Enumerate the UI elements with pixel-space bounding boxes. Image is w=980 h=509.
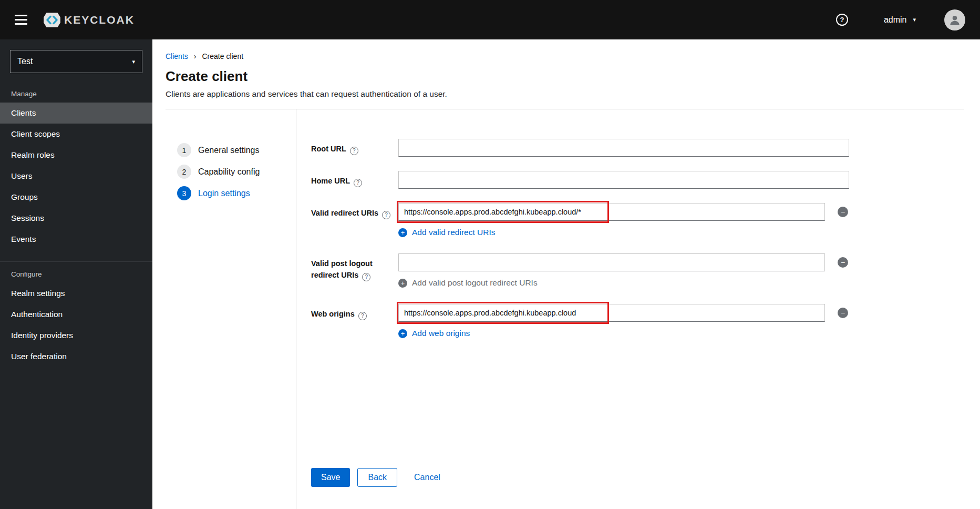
sidebar-item-clients[interactable]: Clients xyxy=(0,103,152,124)
plus-circle-icon: + xyxy=(398,279,407,288)
root-url-label: Root URL? xyxy=(311,139,398,157)
hamburger-menu-icon[interactable] xyxy=(15,15,27,25)
page-subtitle: Clients are applications and services th… xyxy=(166,89,964,99)
sidebar-item-identity-providers[interactable]: Identity providers xyxy=(0,325,152,346)
keycloak-logo: KEYCLOAK xyxy=(42,10,135,30)
wizard-step-general-settings[interactable]: 1 General settings xyxy=(177,143,260,157)
home-url-label: Home URL? xyxy=(311,171,398,189)
sidebar-item-authentication[interactable]: Authentication xyxy=(0,304,152,325)
form-row-web-origins: Web origins? − + Add web origins xyxy=(311,304,959,338)
login-settings-form: Root URL? Home URL? xyxy=(296,109,980,509)
help-icon[interactable]: ? xyxy=(836,14,848,26)
nav-group-manage: Manage Clients Client scopes Realm roles… xyxy=(0,82,152,250)
step-label: General settings xyxy=(198,146,260,155)
sidebar-item-groups[interactable]: Groups xyxy=(0,187,152,208)
wizard-nav: 1 General settings 2 Capability config 3… xyxy=(152,109,296,509)
step-number: 2 xyxy=(177,165,191,179)
minus-circle-icon: − xyxy=(841,259,845,266)
add-valid-redirect-uris-button[interactable]: + Add valid redirect URIs xyxy=(398,228,496,237)
breadcrumb-current: Create client xyxy=(202,52,243,60)
realm-selector[interactable]: Test ▾ xyxy=(10,50,142,73)
chevron-down-icon: ▾ xyxy=(132,58,135,65)
cancel-button[interactable]: Cancel xyxy=(411,472,443,483)
sidebar-item-realm-roles[interactable]: Realm roles xyxy=(0,145,152,166)
form-row-post-logout-uris: Valid post logout redirect URIs? − + Add… xyxy=(311,253,959,288)
step-label: Capability config xyxy=(198,167,260,177)
add-link-label: Add valid redirect URIs xyxy=(412,228,496,237)
web-origins-input[interactable] xyxy=(398,304,825,322)
remove-redirect-uri-button[interactable]: − xyxy=(838,207,848,217)
form-actions: Save Back Cancel xyxy=(311,468,959,487)
avatar[interactable] xyxy=(944,9,965,30)
help-icon[interactable]: ? xyxy=(354,179,362,187)
home-url-input[interactable] xyxy=(398,171,849,189)
breadcrumb-separator-icon: › xyxy=(194,52,197,60)
help-icon[interactable]: ? xyxy=(350,147,358,155)
brand-text: KEYCLOAK xyxy=(64,14,135,26)
breadcrumb: Clients › Create client xyxy=(166,52,964,60)
valid-redirect-uris-label: Valid redirect URIs? xyxy=(311,203,398,237)
user-menu[interactable]: admin ▾ xyxy=(881,15,919,25)
minus-circle-icon: − xyxy=(841,208,845,216)
back-button[interactable]: Back xyxy=(357,468,397,487)
help-icon[interactable]: ? xyxy=(358,312,367,320)
keycloak-logo-icon xyxy=(42,10,62,30)
plus-circle-icon: + xyxy=(398,329,407,338)
wizard-step-capability-config[interactable]: 2 Capability config xyxy=(177,165,260,179)
plus-circle-icon: + xyxy=(398,228,407,237)
chevron-down-icon: ▾ xyxy=(913,16,916,23)
form-row-root-url: Root URL? xyxy=(311,139,959,157)
step-label: Login settings xyxy=(198,189,250,198)
minus-circle-icon: − xyxy=(841,309,845,317)
step-number: 3 xyxy=(177,186,191,200)
nav-group-configure: Configure Realm settings Authentication … xyxy=(0,261,152,367)
root-url-input[interactable] xyxy=(398,139,849,157)
save-button[interactable]: Save xyxy=(311,468,350,487)
form-row-valid-redirect-uris: Valid redirect URIs? − + Add vali xyxy=(311,203,959,237)
nav-group-label: Configure xyxy=(0,262,152,283)
wizard-step-login-settings[interactable]: 3 Login settings xyxy=(177,186,250,200)
help-icon[interactable]: ? xyxy=(382,211,390,219)
form-row-home-url: Home URL? xyxy=(311,171,959,189)
remove-post-logout-uri-button[interactable]: − xyxy=(838,257,848,268)
sidebar-item-user-federation[interactable]: User federation xyxy=(0,346,152,367)
step-number: 1 xyxy=(177,143,191,157)
add-web-origins-button[interactable]: + Add web origins xyxy=(398,329,470,338)
sidebar-item-users[interactable]: Users xyxy=(0,166,152,187)
sidebar-item-client-scopes[interactable]: Client scopes xyxy=(0,124,152,145)
realm-name: Test xyxy=(17,57,33,66)
username: admin xyxy=(884,15,907,25)
help-icon[interactable]: ? xyxy=(362,273,370,281)
nav-group-label: Manage xyxy=(0,82,152,103)
post-logout-uris-label: Valid post logout redirect URIs? xyxy=(311,253,398,288)
sidebar: Test ▾ Manage Clients Client scopes Real… xyxy=(0,39,152,509)
page-title: Create client xyxy=(166,68,964,85)
valid-redirect-uri-input[interactable] xyxy=(398,203,825,221)
top-bar: KEYCLOAK ? admin ▾ xyxy=(0,0,980,39)
add-link-label: Add web origins xyxy=(412,329,470,338)
remove-web-origin-button[interactable]: − xyxy=(838,308,848,318)
post-logout-uri-input[interactable] xyxy=(398,253,825,271)
sidebar-item-sessions[interactable]: Sessions xyxy=(0,208,152,229)
add-link-label: Add valid post logout redirect URIs xyxy=(412,278,538,288)
sidebar-item-events[interactable]: Events xyxy=(0,229,152,250)
breadcrumb-link-clients[interactable]: Clients xyxy=(166,52,188,60)
web-origins-label: Web origins? xyxy=(311,304,398,338)
sidebar-item-realm-settings[interactable]: Realm settings xyxy=(0,283,152,304)
add-post-logout-uris-button[interactable]: + Add valid post logout redirect URIs xyxy=(398,278,538,288)
main-content: Clients › Create client Create client Cl… xyxy=(152,39,980,509)
